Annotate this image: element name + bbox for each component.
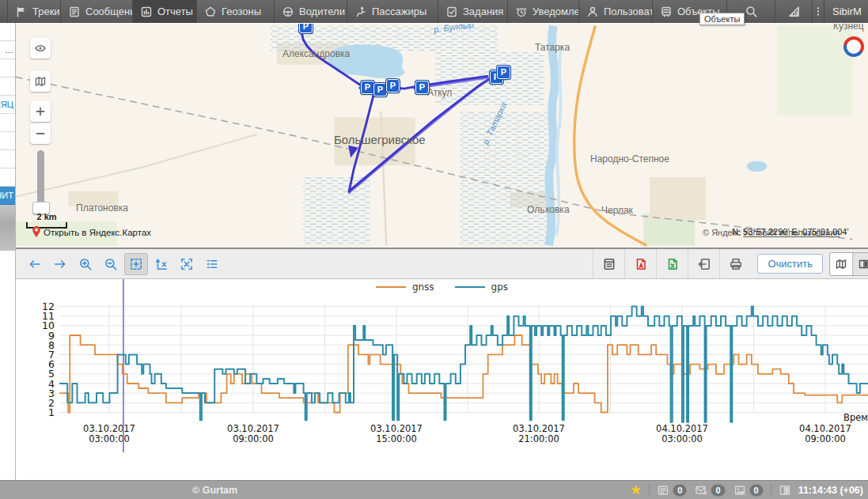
user-menu[interactable]: SibirM — [824, 0, 868, 23]
parking-marker[interactable]: P — [415, 81, 429, 94]
fit-icon — [180, 257, 194, 271]
panel-row-7 — [0, 150, 15, 168]
panel-row-9[interactable]: НИТ — [0, 187, 15, 205]
visibility-button[interactable] — [30, 38, 51, 59]
clear-button[interactable]: Очистить — [757, 254, 823, 274]
svg-text:03.10.2017: 03.10.2017 — [83, 423, 135, 434]
parking-marker[interactable]: P — [299, 24, 313, 33]
passenger-icon — [354, 6, 367, 18]
legend-swatch — [376, 286, 406, 288]
alarm-icon — [515, 6, 528, 18]
axis-scale-button[interactable] — [150, 253, 173, 275]
report-doc-button[interactable] — [593, 249, 624, 278]
panel-row-0 — [0, 23, 15, 41]
zoom-select-button[interactable] — [124, 253, 148, 275]
view-toggle — [829, 252, 868, 276]
svg-text:12: 12 — [42, 301, 55, 312]
tab-tracks[interactable]: Треки — [8, 0, 61, 23]
excel-button[interactable] — [656, 249, 688, 278]
arrow-right-button[interactable] — [48, 253, 72, 275]
status-right: ★ 000 11:14:43 (+06) — [630, 481, 863, 499]
tab-passengers[interactable]: Пассажиры — [347, 0, 438, 23]
svg-text:15:00:00: 15:00:00 — [376, 433, 417, 444]
report-msg-counter[interactable]: 0 — [657, 484, 687, 497]
split-view-button[interactable] — [852, 253, 868, 275]
arrow-left-icon — [28, 257, 42, 271]
count-badge: 0 — [711, 484, 725, 497]
tab-prev[interactable] — [0, 0, 8, 23]
zoom-in-icon — [78, 257, 93, 271]
ruler-icon — [787, 5, 801, 18]
panel-row-1[interactable]: … — [0, 41, 15, 59]
panel-row-4[interactable]: СЯЦ — [0, 96, 15, 114]
panel-toggle-icon[interactable] — [779, 484, 791, 497]
svg-text:09:00:00: 09:00:00 — [805, 433, 846, 444]
tab-label: Треки — [32, 6, 60, 17]
export-button[interactable] — [688, 249, 719, 278]
map-area[interactable]: АлександровкаТатаркаАткулБольшегривскоеН… — [16, 24, 868, 248]
mail-icon — [695, 484, 707, 497]
axis-scale-icon — [154, 257, 169, 271]
more-button[interactable] — [813, 0, 824, 23]
tab-reports[interactable]: Отчеты — [133, 0, 197, 23]
tab-label: Уведомления — [533, 6, 579, 17]
fit-button[interactable] — [175, 253, 199, 275]
chart-legend: gnssgps — [16, 282, 868, 293]
chart-panel[interactable]: 12345678910111203.10.201703:00:0003.10.2… — [16, 279, 868, 480]
pdf-button[interactable] — [624, 249, 656, 278]
split-view-icon — [858, 258, 868, 270]
tab-label: Пользователи — [604, 6, 653, 17]
count-badge: 0 — [673, 484, 687, 497]
zoom-out-button[interactable] — [99, 253, 123, 275]
layers-button[interactable] — [30, 71, 51, 92]
chart-export-buttons: Очистить — [593, 249, 868, 278]
tab-geofences[interactable]: Геозоны — [197, 0, 275, 23]
legend-button[interactable] — [200, 253, 224, 275]
parking-marker[interactable]: P — [361, 81, 374, 94]
print-icon — [729, 257, 743, 271]
open-in-yandex-link[interactable]: Открыть в Яндекс.Картах — [44, 228, 151, 237]
zoom-out-icon — [104, 257, 118, 271]
mail-counter[interactable]: 0 — [695, 484, 725, 497]
panel-row-6 — [0, 132, 15, 150]
tab-messages[interactable]: Сообщения — [61, 0, 133, 23]
left-panel-sliver[interactable]: …СЯЦНИТ — [0, 23, 16, 480]
svg-text:09:00:00: 09:00:00 — [233, 433, 274, 444]
map-view-icon — [835, 258, 847, 270]
railway-line — [16, 77, 852, 239]
tab-label: Сообщения — [85, 6, 133, 17]
legend-item-gps[interactable]: gps — [455, 282, 509, 293]
zoom-in-button[interactable] — [30, 101, 51, 122]
wialon-app: { "nav": { "user": "SibirM", "tooltip": … — [0, 0, 868, 499]
parking-marker[interactable]: P — [497, 66, 510, 79]
parking-marker[interactable]: P — [373, 83, 387, 96]
minus-icon — [34, 127, 47, 140]
tab-label: Водители — [299, 6, 345, 17]
legend-item-gnss[interactable]: gnss — [376, 282, 434, 293]
image-counter[interactable]: 0 — [733, 484, 764, 497]
svg-text:Время: Время — [843, 412, 868, 423]
svg-text:21:00:00: 21:00:00 — [518, 433, 559, 444]
map-canvas — [16, 24, 868, 248]
svg-text:03.10.2017: 03.10.2017 — [513, 423, 565, 434]
cursor-coordinates: N: 53°57.2290' E: 075°01.004' — [732, 227, 849, 236]
map-view-button[interactable] — [830, 253, 852, 275]
parking-marker[interactable]: P — [386, 79, 400, 93]
tab-notifications[interactable]: Уведомления — [508, 0, 579, 23]
excel-icon — [665, 257, 680, 271]
chart-toolbar: Очистить — [16, 249, 868, 279]
zoom-out-button[interactable] — [30, 123, 51, 144]
star-icon[interactable]: ★ — [630, 483, 642, 497]
tab-jobs[interactable]: Задания — [438, 0, 508, 23]
count-badge: 0 — [749, 484, 764, 497]
panel-scroll-area — [0, 205, 15, 251]
panel-icon — [779, 484, 791, 497]
tab-users[interactable]: Пользователи — [579, 0, 653, 23]
print-button[interactable] — [719, 249, 751, 278]
arrow-left-button[interactable] — [23, 253, 47, 275]
tab-label: Геозоны — [222, 6, 261, 17]
measure-button[interactable] — [775, 0, 813, 23]
tab-drivers[interactable]: Водители — [275, 0, 347, 23]
reports-icon — [140, 6, 153, 18]
zoom-in-button[interactable] — [74, 253, 97, 275]
